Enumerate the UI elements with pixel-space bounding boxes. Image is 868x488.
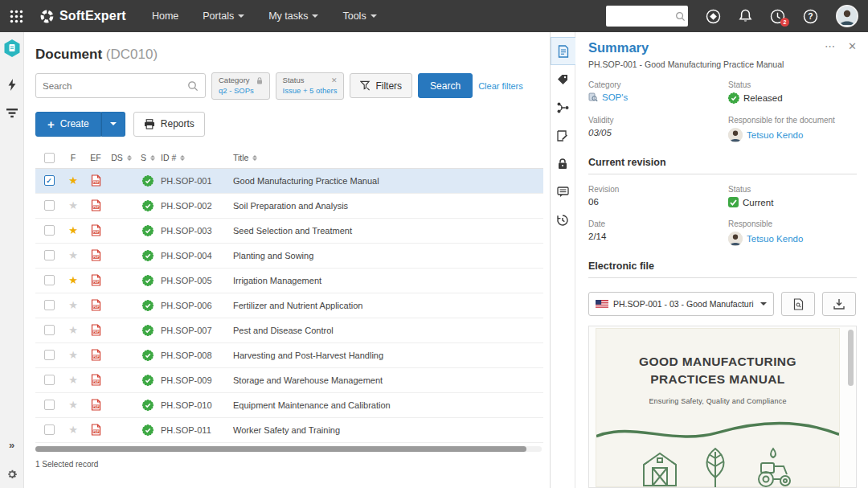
create-dropdown-button[interactable] xyxy=(101,112,125,137)
pdf-file-icon[interactable]: PDF xyxy=(84,349,108,361)
nav-home[interactable]: Home xyxy=(152,10,178,22)
row-checkbox[interactable] xyxy=(44,225,55,236)
more-options-icon[interactable]: ⋯ xyxy=(825,40,835,52)
favorite-star-icon[interactable]: ★ xyxy=(68,399,78,411)
document-module-icon[interactable] xyxy=(3,39,21,61)
pdf-file-icon[interactable]: PDF xyxy=(84,199,108,211)
row-checkbox[interactable] xyxy=(44,350,55,360)
document-preview[interactable]: GOOD MANUFACTURING PRACTICES MANUAL Ensu… xyxy=(588,326,857,488)
clear-filters-link[interactable]: Clear filters xyxy=(478,81,523,91)
reports-button[interactable]: Reports xyxy=(133,112,205,137)
notifications-bell-icon[interactable] xyxy=(739,9,752,23)
tab-notes-icon[interactable] xyxy=(551,121,575,150)
select-all-checkbox[interactable] xyxy=(44,153,55,163)
col-favorite[interactable]: F xyxy=(63,153,84,162)
pdf-file-icon[interactable]: PDF xyxy=(84,249,108,261)
table-row[interactable]: ✓★PDFPH.SOP-001Good Manufacturing Practi… xyxy=(35,169,543,194)
table-row[interactable]: ★PDFPH.SOP-011Worker Safety and Training xyxy=(35,418,543,443)
nav-portals[interactable]: Portals xyxy=(203,10,244,22)
tab-security-lock-icon[interactable] xyxy=(551,150,575,178)
row-checkbox[interactable]: ✓ xyxy=(44,175,55,186)
row-checkbox[interactable] xyxy=(44,300,55,310)
col-ds[interactable]: DS xyxy=(108,153,135,162)
user-avatar[interactable] xyxy=(836,5,858,27)
pdf-file-icon[interactable]: PDF xyxy=(84,324,108,336)
search-button[interactable]: Search xyxy=(418,73,473,98)
favorite-star-icon[interactable]: ★ xyxy=(68,299,78,311)
pdf-file-icon[interactable]: PDF xyxy=(84,399,108,411)
tab-tag-icon[interactable] xyxy=(551,65,575,93)
favorite-star-icon[interactable]: ★ xyxy=(68,324,78,336)
file-select-dropdown[interactable]: PH.SOP-001 - 03 - Good Manufacturi xyxy=(588,292,774,316)
quick-actions-lightning-icon[interactable] xyxy=(7,79,17,91)
tab-relationship-icon[interactable] xyxy=(551,93,575,121)
responsible-user-link[interactable]: Tetsuo Kendo xyxy=(728,128,857,142)
close-icon[interactable]: ✕ xyxy=(331,76,338,85)
horizontal-scrollbar[interactable] xyxy=(35,446,542,452)
brand-logo[interactable]: SoftExpert xyxy=(39,9,126,24)
pending-tasks-icon[interactable]: 2 xyxy=(770,9,785,24)
row-checkbox[interactable] xyxy=(44,275,55,285)
table-row[interactable]: ★PDFPH.SOP-003Seed Selection and Treatme… xyxy=(35,219,543,244)
row-checkbox[interactable] xyxy=(44,424,55,435)
list-search-box[interactable] xyxy=(35,73,206,98)
app-grid-icon[interactable] xyxy=(8,8,25,25)
pdf-file-icon[interactable]: PDF xyxy=(84,299,108,311)
status-filter-chip[interactable]: Status ✕ Issue + 5 others xyxy=(276,72,345,100)
col-id[interactable]: ID # xyxy=(161,153,233,162)
help-icon[interactable]: ? xyxy=(803,9,818,24)
tab-summary-document-icon[interactable] xyxy=(551,37,575,65)
tab-history-clock-icon[interactable] xyxy=(551,206,575,234)
global-search-box[interactable] xyxy=(606,6,688,27)
table-row[interactable]: ★PDFPH.SOP-005Irrigation Management xyxy=(35,269,543,293)
nav-tools[interactable]: Tools xyxy=(342,10,376,22)
favorite-star-icon[interactable]: ★ xyxy=(68,199,78,211)
table-row[interactable]: ★PDFPH.SOP-002Soil Preparation and Analy… xyxy=(35,194,543,219)
col-status[interactable]: S xyxy=(135,153,161,162)
pdf-file-icon[interactable]: PDF xyxy=(84,224,108,236)
tab-comments-icon[interactable] xyxy=(551,178,575,206)
filters-button[interactable]: Filters xyxy=(350,73,412,98)
settings-gear-icon[interactable] xyxy=(6,469,18,480)
nav-my-tasks[interactable]: My tasks xyxy=(268,10,318,22)
row-checkbox[interactable] xyxy=(44,250,55,260)
quick-access-icon[interactable] xyxy=(706,9,721,24)
scrollbar-thumb[interactable] xyxy=(35,446,526,452)
list-search-input[interactable] xyxy=(43,81,187,91)
favorite-star-icon[interactable]: ★ xyxy=(68,424,78,436)
table-row[interactable]: ★PDFPH.SOP-007Pest and Disease Control xyxy=(35,318,543,343)
row-checkbox[interactable] xyxy=(44,200,55,211)
col-electronic-file[interactable]: EF xyxy=(84,153,108,162)
expand-sidebar-icon[interactable]: » xyxy=(9,439,14,451)
view-file-button[interactable] xyxy=(781,292,815,316)
favorite-star-icon[interactable]: ★ xyxy=(68,249,78,261)
field-category: Category SOP's xyxy=(588,80,723,104)
table-row[interactable]: ★PDFPH.SOP-006Fertilizer and Nutrient Ap… xyxy=(35,293,543,318)
table-row[interactable]: ★PDFPH.SOP-008Harvesting and Post-Harves… xyxy=(35,343,543,368)
create-button[interactable]: + Create xyxy=(35,112,101,137)
favorite-star-icon[interactable]: ★ xyxy=(68,374,78,386)
favorite-star-icon[interactable]: ★ xyxy=(68,174,78,187)
table-row[interactable]: ★PDFPH.SOP-004Planting and Sowing xyxy=(35,244,543,269)
pdf-file-icon[interactable]: PDF xyxy=(84,274,108,286)
table-row[interactable]: ★PDFPH.SOP-010Equipment Maintenance and … xyxy=(35,393,543,418)
pdf-file-icon[interactable]: PDF xyxy=(84,374,108,386)
download-button[interactable] xyxy=(822,292,856,316)
row-checkbox[interactable] xyxy=(44,400,55,410)
pdf-file-icon[interactable]: PDF xyxy=(84,424,108,436)
pdf-file-icon[interactable]: PDF xyxy=(84,174,108,187)
responsible-user-link[interactable]: Tetsuo Kendo xyxy=(728,232,857,246)
category-link[interactable]: SOP's xyxy=(588,92,723,102)
col-title[interactable]: Title xyxy=(233,153,543,162)
favorite-star-icon[interactable]: ★ xyxy=(68,224,78,236)
row-checkbox[interactable] xyxy=(44,325,55,335)
row-checkbox[interactable] xyxy=(44,375,55,385)
preview-scrollbar[interactable] xyxy=(848,330,854,386)
filter-lines-icon[interactable] xyxy=(6,109,18,119)
favorite-star-icon[interactable]: ★ xyxy=(68,274,78,286)
global-search-input[interactable] xyxy=(611,11,675,21)
category-filter-chip[interactable]: Category q2 - SOPs xyxy=(211,72,270,100)
favorite-star-icon[interactable]: ★ xyxy=(68,349,78,361)
table-row[interactable]: ★PDFPH.SOP-009Storage and Warehouse Mana… xyxy=(35,368,543,393)
close-panel-icon[interactable]: ✕ xyxy=(848,40,857,52)
